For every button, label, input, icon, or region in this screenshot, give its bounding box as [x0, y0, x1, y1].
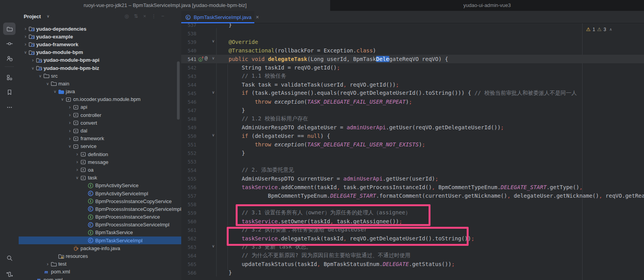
- chevron-expanded-icon[interactable]: ∨: [67, 144, 73, 148]
- tree-item-message[interactable]: ›message: [19, 158, 181, 166]
- tree-item-controller[interactable]: ›controller: [19, 111, 181, 119]
- pull-requests-icon[interactable]: ?: [3, 52, 16, 64]
- code-line-553[interactable]: 553: [181, 157, 644, 166]
- tree-item-service[interactable]: ∨service: [19, 143, 181, 150]
- chevron-collapsed-icon[interactable]: ›: [74, 168, 80, 172]
- tree-item-bpmprocessinstanceserviceimpl[interactable]: CBpmProcessInstanceServiceImpl: [19, 221, 181, 229]
- tree-item-pom-xml[interactable]: mpom.xml: [19, 276, 181, 280]
- project-header-label[interactable]: Project: [24, 14, 41, 19]
- chevron-collapsed-icon[interactable]: ›: [45, 262, 51, 266]
- tree-item-java[interactable]: ∨java: [19, 88, 181, 96]
- code-line-556[interactable]: 556 taskService.addComment(taskId, task.…: [181, 183, 644, 191]
- code-line-542[interactable]: 542 String taskId = reqVO.getId();: [181, 63, 644, 72]
- chevron-collapsed-icon[interactable]: ›: [23, 42, 28, 46]
- code-line-560[interactable]: 560 taskService.setOwner(taskId, task.ge…: [181, 217, 644, 226]
- code-line-563[interactable]: 563∨ // 3.3 更新 task 状态。: [181, 243, 644, 251]
- tree-item-bpmtaskservice[interactable]: IBpmTaskService: [19, 229, 181, 237]
- tree-item-oa[interactable]: ›oa: [19, 166, 181, 174]
- code-line-550[interactable]: 550∨ if (delegateUser == null) {: [181, 132, 644, 140]
- chevron-expanded-icon[interactable]: ∨: [52, 89, 58, 94]
- fold-chevron-icon[interactable]: ∨: [212, 56, 215, 60]
- code-line-562[interactable]: 562 taskService.delegateTask(taskId, req…: [181, 234, 644, 243]
- annotation-gutter-icon[interactable]: @: [205, 55, 208, 61]
- inspections-widget[interactable]: ⚠1 ⚠3 ∧: [586, 26, 612, 32]
- tree-item-convert[interactable]: ›convert: [19, 119, 181, 127]
- code-line-559[interactable]: 559 // 3.1 设置任务所有人（owner）为原任务的处理人（assign…: [181, 209, 644, 217]
- tree-item-bpmtaskserviceimpl[interactable]: CBpmTaskServiceImpl: [19, 237, 181, 244]
- code-line-544[interactable]: 544 Task task = validateTask(userId, req…: [181, 80, 644, 89]
- chevron-expanded-icon[interactable]: ∨: [37, 74, 43, 78]
- code-line-539[interactable]: 539∨ @Override: [181, 38, 644, 46]
- fold-chevron-icon[interactable]: ∨: [212, 39, 215, 43]
- tree-item-bpmactivityservice[interactable]: IBpmActivityService: [19, 182, 181, 190]
- tree-item-pom-xml[interactable]: mpom.xml: [19, 268, 181, 276]
- code-line-551[interactable]: 551 throw exception(TASK_DELEGATE_FAIL_U…: [181, 140, 644, 149]
- more-icon[interactable]: ⋮: [151, 13, 156, 19]
- tree-item-src[interactable]: ∨src: [19, 72, 181, 80]
- close-icon[interactable]: ×: [256, 14, 259, 20]
- search-icon[interactable]: [3, 252, 16, 264]
- tree-item-yudao-module-bpm[interactable]: ∨yudao-module-bpm: [19, 49, 181, 56]
- chevron-collapsed-icon[interactable]: ›: [23, 35, 28, 38]
- tree-item-yudao-framework[interactable]: ›yudao-framework: [19, 40, 181, 48]
- tree-item-yudao-module-bpm-api[interactable]: ›yudao-module-bpm-api: [19, 56, 181, 64]
- chevron-expanded-icon[interactable]: ∨: [23, 50, 28, 54]
- tree-item-yudao-dependencies[interactable]: ›yudao-dependencies: [19, 25, 181, 33]
- code-line-549[interactable]: 549 AdminUserRespDTO delegateUser = admi…: [181, 123, 644, 132]
- tree-item-cn-iocoder-yudao-module-bpm[interactable]: ∨cn.iocoder.yudao.module.bpm: [19, 96, 181, 103]
- chevron-collapsed-icon[interactable]: ›: [67, 113, 73, 117]
- code-line-557[interactable]: 557 BpmCommentTypeEnum.DELEGATE_START.fo…: [181, 191, 644, 200]
- chevron-expanded-icon[interactable]: ∨: [30, 66, 36, 70]
- implements-method-icon[interactable]: I: [198, 56, 204, 62]
- hide-icon[interactable]: −: [161, 13, 164, 19]
- code-line-546[interactable]: 546 throw exception(TASK_DELEGATE_FAIL_U…: [181, 97, 644, 106]
- chevron-collapsed-icon[interactable]: ›: [67, 137, 73, 141]
- chevron-collapsed-icon[interactable]: ›: [30, 58, 36, 62]
- code-line-555[interactable]: 555 AdminUserRespDTO currentUser = admin…: [181, 174, 644, 183]
- project-folder-icon[interactable]: [3, 23, 16, 35]
- tree-item-yudao-module-bpm-biz[interactable]: ∨yudao-module-bpm-biz: [19, 64, 181, 72]
- code-line-554[interactable]: 554 // 2. 添加委托意见: [181, 166, 644, 174]
- code-line-558[interactable]: 558: [181, 200, 644, 209]
- tree-item-package-info-java[interactable]: package-info.java: [19, 244, 181, 252]
- code-line-537[interactable]: 537 }: [181, 23, 644, 29]
- chevron-expanded-icon[interactable]: ∨: [74, 176, 80, 180]
- structure-icon[interactable]: [3, 71, 16, 83]
- tool-panel-icon[interactable]: [3, 268, 16, 280]
- code-line-538[interactable]: 538: [181, 29, 644, 38]
- code-line-543[interactable]: 543 // 1.1 校验任务: [181, 72, 644, 80]
- commit-icon[interactable]: [3, 37, 16, 50]
- chevron-expanded-icon[interactable]: ∨: [45, 82, 51, 86]
- code-line-566[interactable]: 566 }: [181, 268, 644, 277]
- tree-item-dal[interactable]: ›dal: [19, 127, 181, 134]
- background-window-title[interactable]: yudao-ui-admin-vue3: [330, 0, 644, 11]
- code-line-564[interactable]: 564 // 为什么不更新原因? 因为原因目前主要给审批通过、不通过时使用: [181, 251, 644, 260]
- tree-item-main[interactable]: ∨main: [19, 80, 181, 87]
- tree-item-yudao-example[interactable]: ›yudao-example: [19, 33, 181, 40]
- tree-item-definition[interactable]: ›definition: [19, 150, 181, 158]
- chevron-expanded-icon[interactable]: ∨: [60, 97, 65, 101]
- tree-item-bpmprocessinstancecopyserviceimpl[interactable]: CBpmProcessInstanceCopyServiceImpl: [19, 205, 181, 213]
- code-line-561[interactable]: 561 // 3.2 执行委派，将任务委派给 delegateUser: [181, 226, 644, 234]
- bookmarks-icon[interactable]: [3, 86, 16, 98]
- chevron-collapsed-icon[interactable]: ›: [23, 27, 28, 31]
- chevron-collapsed-icon[interactable]: ›: [74, 152, 80, 156]
- chevron-collapsed-icon[interactable]: ›: [67, 105, 73, 109]
- chevron-collapsed-icon[interactable]: ›: [67, 129, 73, 133]
- tree-item-bpmprocessinstanceservice[interactable]: IBpmProcessInstanceService: [19, 213, 181, 221]
- code-line-548[interactable]: 548 // 1.2 校验目标用户存在: [181, 115, 644, 123]
- chevron-collapsed-icon[interactable]: ›: [67, 121, 73, 125]
- code-line-540[interactable]: 540 @Transactional(rollbackFor = Excepti…: [181, 46, 644, 55]
- code-line-545[interactable]: 545∨ if (task.getAssignee().equals(reqVO…: [181, 89, 644, 97]
- swap-icon[interactable]: ⇅: [134, 13, 138, 19]
- tree-item-api[interactable]: ›api: [19, 103, 181, 111]
- more-icon[interactable]: [3, 101, 16, 113]
- tab-bpmtaskserviceimpl[interactable]: C BpmTaskServiceImpl.java ×: [181, 11, 254, 23]
- code-line-541[interactable]: 541I@∨ public void delegateTask(Long use…: [181, 55, 644, 63]
- code-line-552[interactable]: 552 }: [181, 149, 644, 157]
- tree-item-bpmactivityserviceimpl[interactable]: CBpmActivityServiceImpl: [19, 190, 181, 197]
- chevron-down-icon[interactable]: ∨: [47, 14, 49, 18]
- tree-item-framework[interactable]: ›framework: [19, 135, 181, 143]
- code-line-565[interactable]: 565 updateTaskStatus(taskId, BpmTaskStat…: [181, 260, 644, 268]
- close-icon[interactable]: ×: [143, 13, 146, 19]
